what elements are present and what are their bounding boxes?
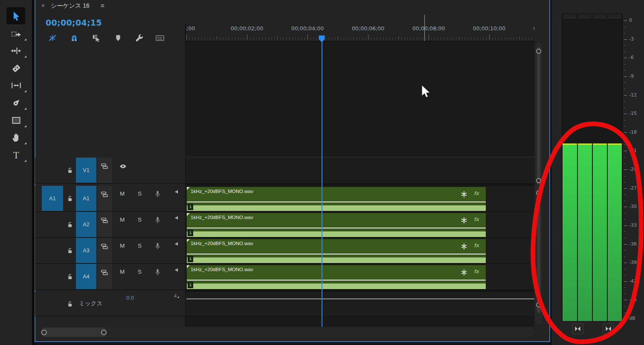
horizontal-scroll-track[interactable] <box>41 327 534 337</box>
scroll-handle-ring[interactable] <box>536 302 541 307</box>
mute-track-button[interactable]: M <box>120 269 125 275</box>
track-lock-toggle[interactable] <box>66 167 74 174</box>
clip-volume-line[interactable] <box>187 280 486 281</box>
mix-track-content[interactable] <box>186 292 534 316</box>
playhead-timecode[interactable]: 00;00;04;15 <box>46 18 102 27</box>
ripple-edit-tool[interactable] <box>0 42 32 59</box>
playhead-marker[interactable] <box>318 35 325 43</box>
pen-tool[interactable] <box>0 94 32 111</box>
audio-scroll-thumb[interactable] <box>537 189 540 313</box>
meter-tick <box>624 95 627 96</box>
mix-volume-line[interactable] <box>186 298 534 299</box>
nested-sequence-toggle-button[interactable] <box>48 33 57 43</box>
scroll-handle-ring[interactable] <box>536 49 541 54</box>
meter-tick <box>624 58 627 58</box>
mix-channels-badge[interactable]: 4 <box>174 293 179 298</box>
track-target-a4-button[interactable]: A4 <box>76 264 96 289</box>
track-target-a3-button[interactable]: A3 <box>76 238 96 263</box>
time-ruler[interactable]: ;00;0000;00;02;0000;00;04;0000;00;06;000… <box>186 23 534 41</box>
video-scroll-thumb[interactable] <box>537 47 540 184</box>
mute-track-button[interactable]: M <box>120 216 125 223</box>
hand-tool[interactable] <box>0 129 32 146</box>
track-meter-speaker[interactable] <box>174 189 180 194</box>
clip-fx-badge[interactable]: fx <box>474 190 479 196</box>
solo-track-button[interactable]: S <box>138 269 142 275</box>
add-marker-button[interactable] <box>113 33 123 43</box>
source-patch-a1-button[interactable]: A1 <box>42 186 63 211</box>
track-target-a2-button[interactable]: A2 <box>76 212 96 237</box>
mix-level-value[interactable]: 0.0 <box>126 295 134 301</box>
captions-cc-button[interactable]: CC <box>155 33 165 43</box>
audio-clip[interactable]: 1kHz_+20dBFS_MONO.wavfx1 <box>186 239 486 263</box>
linked-selection-button[interactable] <box>92 33 101 43</box>
track-lock-toggle[interactable] <box>66 247 74 254</box>
linked-selection-icon <box>92 33 101 43</box>
meter-tick <box>624 70 626 70</box>
clip-volume-line[interactable] <box>187 202 486 202</box>
track-meter-speaker[interactable] <box>174 241 180 246</box>
sync-lock-toggle[interactable] <box>97 186 112 211</box>
track-lock-toggle[interactable] <box>66 195 74 202</box>
timeline-settings-wrench-button[interactable] <box>135 33 144 43</box>
audio-clip[interactable]: 1kHz_+20dBFS_MONO.wavfx1 <box>186 213 486 237</box>
zoom-handle-ring[interactable] <box>101 330 107 335</box>
empty-video-track-area[interactable] <box>186 42 534 157</box>
sync-lock-toggle[interactable] <box>97 212 112 237</box>
scroll-handle-ring[interactable] <box>536 178 541 183</box>
panel-menu-icon[interactable]: ≡ <box>101 2 104 9</box>
zoom-handle-ring[interactable] <box>41 330 47 335</box>
voiceover-record-button[interactable] <box>153 268 162 277</box>
razor-tool[interactable] <box>0 59 32 76</box>
clip-fx-badge[interactable]: fx <box>474 268 479 275</box>
track-lock-toggle[interactable] <box>66 221 74 228</box>
slip-tool[interactable] <box>0 76 32 94</box>
tab-close-icon[interactable]: × <box>41 2 45 9</box>
clip-keyframe-star-icon <box>460 269 468 276</box>
rectangle-tool[interactable] <box>0 111 32 129</box>
scroll-handle-ring[interactable] <box>536 190 541 196</box>
ruler-tick <box>316 38 317 40</box>
mute-track-button[interactable]: M <box>120 190 125 197</box>
mute-track-button[interactable]: M <box>120 243 125 249</box>
clip-fx-badge[interactable]: fx <box>474 216 479 222</box>
audio-clip[interactable]: 1kHz_+20dBFS_MONO.wavfx1 <box>186 187 486 211</box>
ruler-tick <box>511 38 511 40</box>
track-meter-speaker[interactable] <box>174 267 180 272</box>
meter-scale-label: dB <box>629 316 635 321</box>
selection-tool[interactable] <box>0 7 32 24</box>
ruler-tick <box>235 38 235 40</box>
voiceover-record-button[interactable] <box>153 216 162 225</box>
tab-title[interactable]: シーケンス 16 <box>51 2 90 10</box>
snap-magnet-button[interactable] <box>70 33 79 43</box>
meter-scale-label: -33 <box>629 222 637 228</box>
playhead-line[interactable] <box>322 36 322 327</box>
track-target-a1-button[interactable]: A1 <box>76 186 96 211</box>
ruler-tick <box>438 38 438 40</box>
meter-scale-label: -15 <box>629 111 637 116</box>
video-track-v1-content[interactable] <box>186 158 534 184</box>
solo-track-button[interactable]: S <box>138 216 142 223</box>
ripple-edit-tool-icon <box>11 45 22 56</box>
track-lock-toggle[interactable] <box>66 273 74 281</box>
solo-track-button[interactable]: S <box>138 190 142 197</box>
clip-fx-badge[interactable]: fx <box>474 242 479 249</box>
solo-channels-right-button[interactable] <box>603 323 614 334</box>
solo-channels-left-button[interactable] <box>572 323 583 334</box>
sync-lock-toggle[interactable] <box>97 158 112 183</box>
voiceover-record-button[interactable] <box>153 242 162 251</box>
track-select-forward-tool[interactable] <box>0 25 32 42</box>
sync-lock-toggle[interactable] <box>97 238 112 263</box>
audio-clip[interactable]: 1kHz_+20dBFS_MONO.wavfx1 <box>186 265 486 289</box>
horizontal-scroll-thumb[interactable] <box>41 327 107 337</box>
sync-lock-toggle[interactable] <box>97 264 112 289</box>
clip-volume-line[interactable] <box>187 254 486 254</box>
type-tool[interactable]: T <box>0 146 32 163</box>
clip-volume-line[interactable] <box>187 228 486 228</box>
solo-track-button[interactable]: S <box>138 243 142 249</box>
track-target-v1-button[interactable]: V1 <box>76 158 96 183</box>
track-meter-speaker[interactable] <box>174 215 180 220</box>
voiceover-record-button[interactable] <box>153 190 162 199</box>
ruler-tick <box>441 38 441 40</box>
track-lock-toggle[interactable] <box>66 300 74 308</box>
toggle-track-output-button[interactable] <box>119 162 128 171</box>
